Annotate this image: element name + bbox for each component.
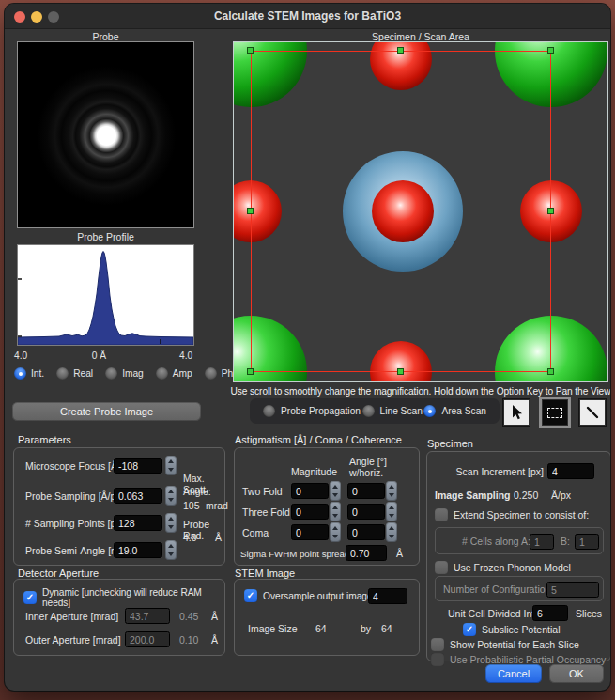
subslice-potential-checkbox[interactable]: [463, 623, 476, 636]
scan-handle-bottom-center[interactable]: [397, 368, 404, 375]
title-bar: Calculate STEM Images for BaTiO3: [5, 4, 610, 29]
scan-mode-label: Area Scan: [441, 406, 486, 416]
dynamic-checkbox[interactable]: [23, 591, 37, 604]
parameters-group-title: Parameters: [18, 434, 71, 445]
twofold-magnitude-stepper[interactable]: [330, 481, 341, 501]
dynamic-label: Dynamic [unchecking will reduce RAM need…: [42, 587, 223, 608]
phonon-subpanel: Number of Configurations: [435, 576, 604, 601]
subslice-potential-label: Subslice Potential: [482, 624, 560, 635]
frozen-phonon-checkbox[interactable]: [435, 561, 448, 574]
image-sampling-unit: Å/px: [551, 490, 571, 501]
specimen-group-title: Specimen: [427, 438, 473, 449]
unit-cell-slices-input[interactable]: [532, 605, 568, 621]
scan-handle-mid-right[interactable]: [547, 208, 554, 214]
probe-mode-radio-phase[interactable]: [205, 367, 217, 380]
sampling-points-label: # Sampling Points [px]: [25, 518, 123, 529]
cancel-button[interactable]: Cancel: [485, 664, 542, 683]
probe-sampling-label: Probe Sampling [Å/px]: [25, 490, 123, 502]
outer-unit: Å: [211, 634, 218, 646]
probe-profile-chart: [17, 244, 194, 346]
coma-magnitude-input[interactable]: [291, 524, 329, 540]
scan-handle-top-center[interactable]: [397, 47, 404, 54]
twofold-magnitude-input[interactable]: [291, 483, 329, 499]
probe-mode-radio-int[interactable]: [14, 367, 26, 380]
astigmatism-group: Magnitude Angle [°] w/horiz. Two Fold Th…: [234, 447, 420, 566]
scan-handle-top-right[interactable]: [547, 47, 554, 54]
extend-specimen-subpanel: # Cells along A: B:: [435, 527, 604, 554]
image-size-width: 64: [315, 623, 327, 634]
show-potential-checkbox[interactable]: [431, 638, 444, 651]
probe-sampling-stepper[interactable]: [165, 486, 177, 506]
detector-group: Dynamic [unchecking will reduce RAM need…: [13, 579, 225, 656]
cells-a-input: [530, 534, 554, 550]
scan-handle-mid-left[interactable]: [247, 208, 254, 214]
create-probe-image-button[interactable]: Create Probe Image: [12, 402, 201, 421]
sampling-points-stepper[interactable]: [165, 513, 177, 533]
image-size-by: by: [361, 623, 371, 634]
specimen-scan-view[interactable]: [233, 41, 608, 382]
line-tool-button[interactable]: [579, 399, 606, 426]
sigma-unit: Å: [396, 548, 403, 559]
cells-b-input: [575, 534, 599, 550]
threefold-magnitude-stepper[interactable]: [330, 502, 341, 521]
threefold-angle-input[interactable]: [347, 504, 385, 520]
max-scatt-unit: mrad: [206, 500, 228, 511]
angle-header-2: w/horiz.: [349, 467, 383, 478]
scan-area-rect[interactable]: [251, 51, 551, 372]
threefold-label: Three Fold: [242, 506, 290, 518]
max-scatt-label-2: Angle:: [183, 486, 211, 497]
focus-input[interactable]: [114, 458, 162, 474]
oversample-input[interactable]: [368, 588, 407, 604]
coma-magnitude-stepper[interactable]: [330, 522, 341, 542]
unit-cell-label: Unit Cell Divided Into: [448, 608, 540, 619]
cells-along-a-label: # Cells along A:: [462, 536, 530, 547]
image-size-label: Image Size: [248, 623, 298, 634]
show-potential-label: Show Potential for Each Slice: [450, 639, 579, 650]
probe-mode-radio-real[interactable]: [56, 367, 69, 380]
scan-increment-input[interactable]: [547, 463, 594, 479]
probe-mode-radio-imag[interactable]: [105, 367, 117, 380]
probe-mode-radio-amp[interactable]: [156, 367, 168, 380]
scan-handle-top-left[interactable]: [247, 47, 254, 54]
coma-angle-stepper[interactable]: [386, 522, 397, 542]
inner-unit: Å: [211, 611, 218, 622]
scan-mode-radio-area-scan[interactable]: [423, 405, 436, 417]
occupancy-checkbox: [431, 653, 444, 666]
dialog-window: Calculate STEM Images for BaTiO3 Probe P…: [5, 4, 610, 691]
probe-mode-label: Real: [73, 368, 93, 379]
axis-label-center: 0 Å: [17, 350, 181, 361]
coma-angle-input[interactable]: [347, 524, 385, 540]
sampling-points-input[interactable]: [114, 515, 162, 531]
magnitude-header: Magnitude: [291, 466, 337, 477]
twofold-angle-stepper[interactable]: [386, 481, 397, 501]
scan-mode-label: Line Scan: [380, 406, 423, 416]
threefold-magnitude-input[interactable]: [291, 504, 329, 520]
scan-handle-bottom-left[interactable]: [247, 368, 254, 375]
sigma-fwhm-input[interactable]: [346, 545, 387, 561]
focus-stepper[interactable]: [165, 456, 177, 475]
configurations-input: [546, 582, 599, 598]
inner-aperture-label: Inner Aperture [mrad]: [25, 611, 118, 622]
cells-b-label: B:: [561, 536, 570, 547]
scan-mode-radio-line-scan[interactable]: [362, 405, 375, 417]
semi-angle-input[interactable]: [114, 542, 162, 558]
scan-handle-bottom-right[interactable]: [547, 368, 554, 375]
scan-mode-radio-probe-propagation[interactable]: [263, 405, 275, 417]
ok-button[interactable]: OK: [549, 664, 604, 683]
probe-mode-label: Imag: [122, 368, 144, 379]
extend-specimen-label: Extend Specimen to consist of:: [454, 509, 589, 521]
scan-mode-bar: Probe Propagation Line Scan Area Scan: [250, 398, 500, 424]
probe-image: [17, 41, 194, 228]
oversample-label: Oversample output image x: [263, 591, 380, 601]
twofold-angle-input[interactable]: [347, 483, 385, 499]
image-sampling-value: 0.250: [514, 490, 538, 501]
probe-rad-value: 4.0: [183, 532, 197, 543]
extend-specimen-checkbox[interactable]: [435, 508, 448, 521]
oversample-checkbox[interactable]: [244, 589, 257, 602]
semi-angle-stepper[interactable]: [165, 540, 177, 560]
stem-image-group: Oversample output image x Image Size 64 …: [234, 579, 420, 656]
probe-sampling-input[interactable]: [114, 488, 162, 504]
threefold-angle-stepper[interactable]: [386, 502, 397, 521]
pointer-tool-button[interactable]: [503, 399, 530, 426]
marquee-tool-button[interactable]: [542, 399, 568, 426]
